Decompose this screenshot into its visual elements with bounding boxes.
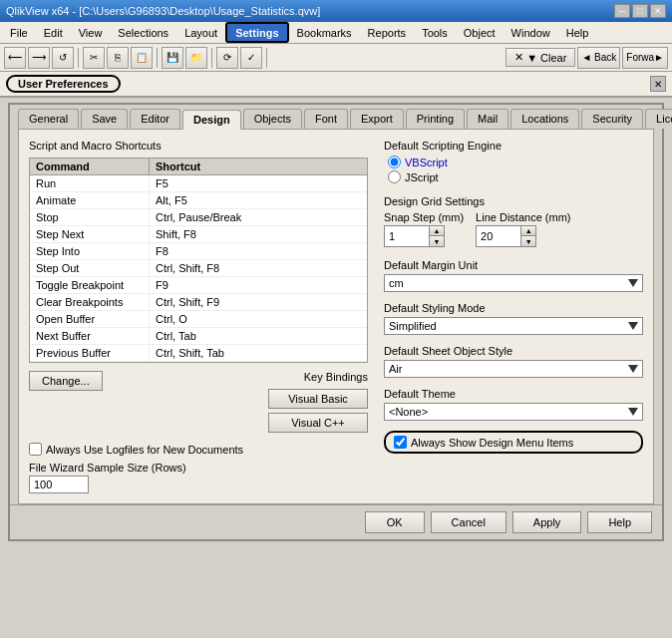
forward-button[interactable]: Forwa► bbox=[622, 47, 668, 69]
margin-unit-section: Default Margin Unit cm mm inch bbox=[384, 259, 643, 292]
tab-printing[interactable]: Printing bbox=[406, 109, 465, 129]
menu-edit[interactable]: Edit bbox=[36, 22, 71, 43]
toolbar-paste[interactable]: 📋 bbox=[131, 47, 153, 69]
menu-view[interactable]: View bbox=[71, 22, 111, 43]
toolbar-copy[interactable]: ⎘ bbox=[107, 47, 129, 69]
tab-editor[interactable]: Editor bbox=[130, 109, 180, 129]
jscript-option[interactable]: JScript bbox=[388, 170, 643, 183]
sc-run: F5 bbox=[150, 175, 367, 191]
line-distance-label: Line Distance (mm) bbox=[476, 211, 570, 223]
default-theme-select[interactable]: <None> bbox=[384, 403, 643, 421]
menu-layout[interactable]: Layout bbox=[176, 22, 225, 43]
cmd-togglebp: Toggle Breakpoint bbox=[30, 277, 150, 293]
tab-font[interactable]: Font bbox=[304, 109, 348, 129]
cmd-stop: Stop bbox=[30, 209, 150, 225]
clear-button[interactable]: ✕ ▼ Clear bbox=[505, 48, 575, 67]
cmd-stepinto: Step Into bbox=[30, 243, 150, 259]
menu-reports[interactable]: Reports bbox=[360, 22, 415, 43]
jscript-radio[interactable] bbox=[388, 170, 401, 183]
change-button[interactable]: Change... bbox=[29, 371, 103, 391]
maximize-button[interactable]: □ bbox=[632, 4, 648, 18]
clear-icon: ✕ bbox=[514, 51, 523, 64]
visual-cpp-button[interactable]: Visual C++ bbox=[268, 413, 368, 433]
shortcut-row-animate[interactable]: Animate Alt, F5 bbox=[30, 192, 367, 209]
cmd-clearbp: Clear Breakpoints bbox=[30, 294, 150, 310]
key-bindings-area: Change... Key Bindings Visual Basic Visu… bbox=[29, 371, 368, 433]
shortcut-row-run[interactable]: Run F5 bbox=[30, 175, 367, 192]
shortcut-row-togglebp[interactable]: Toggle Breakpoint F9 bbox=[30, 277, 367, 294]
shortcut-row-nextbuf[interactable]: Next Buffer Ctrl, Tab bbox=[30, 328, 367, 345]
toolbar-cut[interactable]: ✂ bbox=[83, 47, 105, 69]
back-button[interactable]: ◄ Back bbox=[577, 47, 620, 69]
margin-unit-select[interactable]: cm mm inch bbox=[384, 274, 643, 292]
tab-export[interactable]: Export bbox=[350, 109, 404, 129]
toolbar-forward[interactable]: ⟶ bbox=[28, 47, 50, 69]
shortcut-row-stop[interactable]: Stop Ctrl, Pause/Break bbox=[30, 209, 367, 226]
cmd-stepout: Step Out bbox=[30, 260, 150, 276]
styling-mode-label: Default Styling Mode bbox=[384, 302, 643, 314]
cmd-run: Run bbox=[30, 175, 150, 191]
file-wizard-input[interactable] bbox=[29, 476, 89, 493]
ok-button[interactable]: OK bbox=[365, 511, 425, 533]
design-grid-section: Design Grid Settings Snap Step (mm) ▲ ▼ bbox=[384, 195, 643, 247]
tab-design[interactable]: Design bbox=[182, 110, 241, 130]
cmd-prevbuf: Previous Buffer bbox=[30, 345, 150, 361]
line-distance-input[interactable] bbox=[476, 225, 520, 247]
snap-step-up[interactable]: ▲ bbox=[430, 226, 444, 236]
tab-security[interactable]: Security bbox=[581, 109, 643, 129]
snap-step-input[interactable] bbox=[384, 225, 429, 247]
tab-mail[interactable]: Mail bbox=[467, 109, 508, 129]
toolbar-reload[interactable]: ⟳ bbox=[216, 47, 238, 69]
shortcut-row-stepout[interactable]: Step Out Ctrl, Shift, F8 bbox=[30, 260, 367, 277]
always-show-design-checkbox[interactable] bbox=[394, 436, 407, 449]
visual-basic-button[interactable]: Visual Basic bbox=[268, 389, 368, 409]
menu-tools[interactable]: Tools bbox=[414, 22, 456, 43]
close-button[interactable]: ✕ bbox=[650, 4, 666, 18]
snap-step-down[interactable]: ▼ bbox=[430, 236, 444, 246]
line-distance-up[interactable]: ▲ bbox=[521, 226, 535, 236]
dialog-close-button[interactable]: ✕ bbox=[650, 76, 666, 92]
shortcut-row-stepnext[interactable]: Step Next Shift, F8 bbox=[30, 226, 367, 243]
title-bar: QlikView x64 - [C:\Users\G96893\Desktop\… bbox=[0, 0, 672, 22]
menu-file[interactable]: File bbox=[2, 22, 36, 43]
vbscript-option[interactable]: VBScript bbox=[388, 156, 643, 168]
toolbar-back[interactable]: ⟵ bbox=[4, 47, 26, 69]
menu-help[interactable]: Help bbox=[558, 22, 597, 43]
tab-save[interactable]: Save bbox=[81, 109, 128, 129]
tab-general[interactable]: General bbox=[18, 109, 79, 129]
sheet-object-style-select[interactable]: Air Soft Transparent bbox=[384, 360, 643, 378]
apply-button[interactable]: Apply bbox=[512, 511, 582, 533]
toolbar-refresh[interactable]: ↺ bbox=[52, 47, 74, 69]
cmd-animate: Animate bbox=[30, 192, 150, 208]
shortcut-row-clearbp[interactable]: Clear Breakpoints Ctrl, Shift, F9 bbox=[30, 294, 367, 311]
cancel-button[interactable]: Cancel bbox=[431, 511, 506, 533]
menu-bookmarks[interactable]: Bookmarks bbox=[289, 22, 360, 43]
line-distance-down[interactable]: ▼ bbox=[521, 236, 535, 246]
menu-settings[interactable]: Settings bbox=[225, 22, 288, 43]
toolbar-save[interactable]: 💾 bbox=[162, 47, 183, 69]
tab-objects[interactable]: Objects bbox=[243, 109, 302, 129]
shortcut-row-prevbuf[interactable]: Previous Buffer Ctrl, Shift, Tab bbox=[30, 345, 367, 362]
scripting-engine-title: Default Scripting Engine bbox=[384, 140, 643, 152]
sc-nextbuf: Ctrl, Tab bbox=[150, 328, 367, 344]
shortcut-row-stepinto[interactable]: Step Into F8 bbox=[30, 243, 367, 260]
menu-object[interactable]: Object bbox=[456, 22, 504, 43]
toolbar-sep-3 bbox=[211, 48, 212, 68]
menu-window[interactable]: Window bbox=[504, 22, 558, 43]
title-text: QlikView x64 - [C:\Users\G96893\Desktop\… bbox=[6, 5, 614, 17]
toolbar-check[interactable]: ✓ bbox=[240, 47, 262, 69]
shortcut-row-openbuf[interactable]: Open Buffer Ctrl, O bbox=[30, 311, 367, 328]
toolbar-sep-4 bbox=[266, 48, 267, 68]
grid-row: Snap Step (mm) ▲ ▼ Line Distance (mm) bbox=[384, 211, 643, 247]
tab-locations[interactable]: Locations bbox=[510, 109, 579, 129]
minimize-button[interactable]: ─ bbox=[614, 4, 630, 18]
toolbar-open[interactable]: 📁 bbox=[185, 47, 207, 69]
menu-selections[interactable]: Selections bbox=[110, 22, 176, 43]
script-section-title: Script and Macro Shortcuts bbox=[29, 140, 368, 152]
help-button[interactable]: Help bbox=[587, 511, 652, 533]
cmd-nextbuf: Next Buffer bbox=[30, 328, 150, 344]
always-use-logfiles-checkbox[interactable] bbox=[29, 443, 42, 456]
styling-mode-select[interactable]: Simplified Classic bbox=[384, 317, 643, 335]
vbscript-radio[interactable] bbox=[388, 156, 401, 168]
tab-license[interactable]: License bbox=[645, 109, 672, 129]
